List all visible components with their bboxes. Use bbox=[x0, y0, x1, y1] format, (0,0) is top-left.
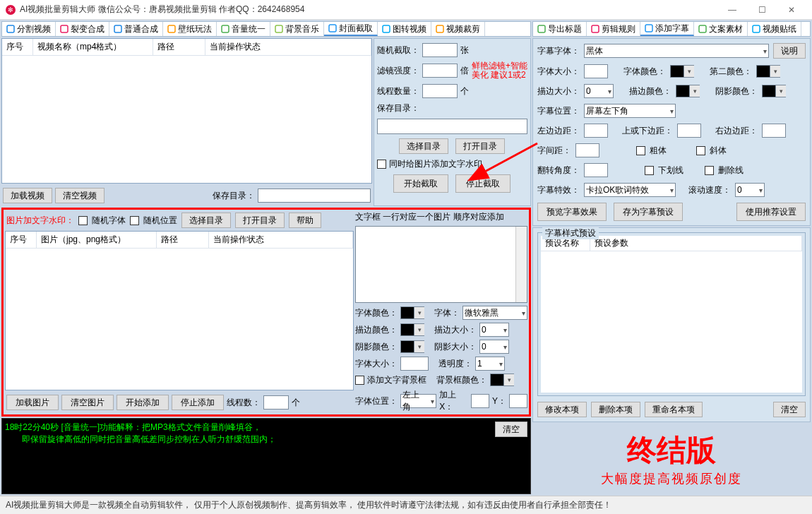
sub-font-select[interactable]: 黑体 bbox=[584, 44, 769, 58]
clear-preset-button[interactable]: 清空 bbox=[773, 402, 806, 417]
sub-stroke-size[interactable]: 0 bbox=[584, 84, 614, 98]
tab-视频裁剪[interactable]: 视频裁剪 bbox=[431, 22, 485, 36]
sub-tb-margin[interactable] bbox=[677, 124, 701, 138]
img-threads-input[interactable] bbox=[263, 395, 289, 410]
clear-image-button[interactable]: 清空图片 bbox=[61, 395, 114, 410]
column-header[interactable]: 序号 bbox=[6, 232, 37, 248]
preset-table-body[interactable] bbox=[541, 251, 802, 393]
thread-input[interactable] bbox=[422, 84, 458, 98]
rename-preset-button[interactable]: 重命名本项 bbox=[645, 402, 703, 417]
column-header[interactable]: 路径 bbox=[153, 39, 205, 55]
filter-input[interactable] bbox=[422, 64, 458, 78]
rand-pos-checkbox[interactable] bbox=[130, 216, 139, 225]
ov-shadow-color[interactable] bbox=[400, 340, 424, 353]
modify-preset-button[interactable]: 修改本项 bbox=[537, 402, 587, 417]
sub-shadow-color[interactable] bbox=[762, 85, 786, 97]
sub-color[interactable] bbox=[670, 65, 694, 78]
cap-open-dir-button[interactable]: 打开目录 bbox=[455, 138, 505, 154]
wm-help-button[interactable]: 帮助 bbox=[289, 213, 321, 228]
sub-stroke-color[interactable] bbox=[676, 85, 700, 97]
start-add-button[interactable]: 开始添加 bbox=[117, 395, 169, 410]
tab-普通合成[interactable]: 普通合成 bbox=[109, 22, 163, 36]
stop-add-button[interactable]: 停止添加 bbox=[172, 395, 224, 410]
tab-图转视频[interactable]: 图转视频 bbox=[378, 22, 431, 36]
cap-choose-dir-button[interactable]: 选择目录 bbox=[399, 138, 448, 154]
strike-checkbox[interactable] bbox=[705, 166, 714, 175]
clear-log-button[interactable]: 清空 bbox=[495, 422, 527, 437]
scroll-select[interactable]: 0 bbox=[735, 183, 765, 197]
tab-icon bbox=[752, 25, 760, 33]
tab-音量统一[interactable]: 音量统一 bbox=[217, 22, 270, 36]
tab-壁纸玩法[interactable]: 壁纸玩法 bbox=[163, 22, 217, 36]
bold-checkbox[interactable] bbox=[636, 146, 645, 155]
maximize-button[interactable]: ☐ bbox=[747, 1, 777, 19]
sub-color2[interactable] bbox=[756, 65, 780, 78]
column-header[interactable]: 序号 bbox=[2, 39, 33, 55]
sub-spacing[interactable] bbox=[575, 143, 599, 157]
preview-subtitle-button[interactable]: 预览字幕效果 bbox=[537, 203, 607, 221]
effect-select[interactable]: 卡拉OK歌词特效 bbox=[584, 183, 676, 197]
use-recommended-button[interactable]: 使用推荐设置 bbox=[736, 203, 806, 221]
rotate-input[interactable] bbox=[584, 163, 608, 177]
close-button[interactable]: ✕ bbox=[777, 1, 806, 19]
image-table[interactable]: 序号图片（jpg、png格式）路径当前操作状态 bbox=[5, 231, 354, 390]
wm-choose-dir-button[interactable]: 选择目录 bbox=[181, 213, 231, 228]
capture-save-dir-input[interactable] bbox=[377, 119, 527, 134]
ov-y[interactable] bbox=[509, 394, 527, 408]
video-save-dir-input[interactable] bbox=[258, 189, 371, 203]
tab-文案素材[interactable]: 文案素材 bbox=[694, 22, 748, 36]
tab-裂变合成[interactable]: 裂变合成 bbox=[56, 22, 109, 36]
load-image-button[interactable]: 加载图片 bbox=[6, 395, 59, 410]
ov-opacity[interactable]: 1 bbox=[475, 357, 505, 371]
tab-封面截取[interactable]: 封面截取 bbox=[324, 22, 378, 36]
column-header[interactable]: 图片（jpg、png格式） bbox=[37, 232, 157, 248]
overlay-text-input[interactable] bbox=[355, 226, 527, 303]
rand-font-checkbox[interactable] bbox=[78, 216, 88, 225]
sub-size-input[interactable] bbox=[584, 64, 608, 78]
wm-open-dir-button[interactable]: 打开目录 bbox=[235, 213, 285, 228]
column-header[interactable]: 路径 bbox=[157, 232, 209, 248]
ov-shadow-size[interactable]: 0 bbox=[479, 340, 509, 354]
filter-hint: 鲜艳滤镜+智能美化 建议1或2 bbox=[472, 61, 527, 80]
delete-preset-button[interactable]: 删除本项 bbox=[591, 402, 640, 417]
ov-bg-checkbox[interactable] bbox=[355, 376, 364, 385]
save-preset-button[interactable]: 存为字幕预设 bbox=[614, 203, 683, 221]
tab-视频贴纸[interactable]: 视频贴纸 bbox=[748, 22, 801, 36]
tab-label: 视频裁剪 bbox=[446, 23, 480, 35]
italic-checkbox[interactable] bbox=[696, 146, 705, 155]
underline-checkbox[interactable] bbox=[645, 166, 654, 175]
column-header[interactable]: 预设参数 bbox=[590, 236, 802, 251]
start-capture-button[interactable]: 开始截取 bbox=[393, 174, 448, 193]
ov-pos-select[interactable]: 左上角 bbox=[400, 394, 436, 408]
ov-addx[interactable] bbox=[471, 394, 489, 408]
column-header[interactable]: 当前操作状态 bbox=[209, 232, 353, 248]
tab-背景音乐[interactable]: 背景音乐 bbox=[270, 22, 324, 36]
ov-stroke-size[interactable]: 0 bbox=[479, 323, 509, 337]
ov-bg-color[interactable] bbox=[490, 373, 514, 386]
ov-font-select[interactable]: 微软雅黑 bbox=[462, 306, 527, 320]
scrollbar[interactable] bbox=[515, 227, 527, 302]
svg-rect-2 bbox=[114, 25, 121, 32]
preset-group-title: 字幕样式预设 bbox=[542, 227, 599, 239]
sub-pos-select[interactable]: 屏幕左下角 bbox=[584, 104, 676, 118]
tab-添加字幕[interactable]: 添加字幕 bbox=[640, 22, 694, 36]
column-header[interactable]: 当前操作状态 bbox=[205, 39, 371, 55]
sub-right-margin[interactable] bbox=[762, 124, 786, 138]
video-table[interactable]: 序号视频名称（mp4格式）路径当前操作状态 bbox=[1, 38, 372, 184]
svg-rect-3 bbox=[168, 25, 175, 32]
minimize-button[interactable]: — bbox=[717, 1, 747, 19]
sub-left-margin[interactable] bbox=[584, 124, 608, 138]
ov-stroke-color[interactable] bbox=[400, 323, 424, 336]
add-watermark-checkbox[interactable] bbox=[377, 160, 386, 169]
stop-capture-button[interactable]: 停止截取 bbox=[455, 174, 511, 193]
ov-font-color[interactable] bbox=[400, 306, 424, 319]
clear-video-button[interactable]: 清空视频 bbox=[55, 188, 105, 203]
tab-导出标题[interactable]: 导出标题 bbox=[533, 22, 587, 36]
column-header[interactable]: 视频名称（mp4格式） bbox=[33, 39, 153, 55]
tab-分割视频[interactable]: 分割视频 bbox=[2, 22, 56, 36]
explain-button[interactable]: 说明 bbox=[773, 43, 806, 59]
rand-count-input[interactable] bbox=[422, 43, 458, 57]
load-video-button[interactable]: 加载视频 bbox=[3, 188, 52, 203]
tab-剪辑规则[interactable]: 剪辑规则 bbox=[587, 22, 640, 36]
ov-font-size[interactable] bbox=[400, 357, 429, 371]
